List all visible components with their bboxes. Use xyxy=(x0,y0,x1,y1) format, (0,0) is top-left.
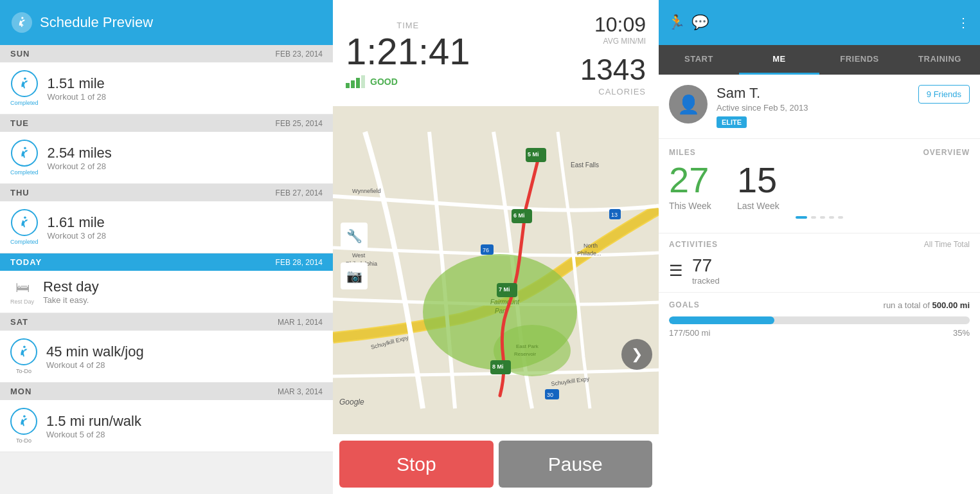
svg-point-5 xyxy=(23,415,26,417)
dot-1 xyxy=(811,216,816,219)
day-date-sat: MAR 1, 2014 xyxy=(278,318,323,327)
tab-training[interactable]: TRAINING xyxy=(900,45,980,75)
workout-sub-3: Workout 3 of 28 xyxy=(48,231,323,241)
day-header-mon: MON MAR 3, 2014 xyxy=(0,383,333,400)
svg-text:North: North xyxy=(584,242,598,249)
time-value: 1:21:41 xyxy=(346,33,470,70)
workout-status-3: Completed xyxy=(10,239,39,245)
svg-text:8 Mi: 8 Mi xyxy=(492,363,504,370)
pause-button[interactable]: Pause xyxy=(499,441,653,488)
runner-header-icon: 🏃 xyxy=(668,14,685,31)
svg-text:Reservoir: Reservoir xyxy=(514,351,537,357)
day-name-tue: TUE xyxy=(10,118,29,128)
profile-since: Active since Feb 5, 2013 xyxy=(717,103,909,113)
avatar: 👤 xyxy=(669,85,708,124)
overview-label: OVERVIEW xyxy=(923,148,970,157)
tab-start[interactable]: START xyxy=(659,45,739,75)
goals-sub: 177/500 mi 35% xyxy=(669,328,970,338)
workout-details-2: 2.54 miles Workout 2 of 28 xyxy=(48,145,323,171)
map-tool-icons: 🔧 📷 xyxy=(333,212,375,300)
goals-progress-fill xyxy=(669,316,774,324)
run-icon-3 xyxy=(11,209,38,236)
list-icon: ☰ xyxy=(669,262,683,280)
dot-3 xyxy=(829,216,834,219)
stop-button[interactable]: Stop xyxy=(339,441,494,488)
svg-point-0 xyxy=(21,17,23,19)
day-name-sun: SUN xyxy=(10,49,30,59)
tab-me[interactable]: ME xyxy=(739,45,819,75)
run-icon-1 xyxy=(11,70,38,97)
calories-section: 10:09 AVG MIN/MI 1343 CALORIES xyxy=(580,13,646,96)
workout-details-4: 45 min walk/jog Workout 4 of 28 xyxy=(46,343,323,370)
run-icon-4 xyxy=(10,338,37,365)
goals-header: GOALS run a total of 500.00 mi xyxy=(669,300,970,310)
workout-item-2[interactable]: Completed 2.54 miles Workout 2 of 28 xyxy=(0,132,333,184)
camera-icon[interactable]: 📷 xyxy=(341,262,368,289)
goals-section: GOALS run a total of 500.00 mi 177/500 m… xyxy=(659,293,980,345)
workout-controls: Stop Pause xyxy=(333,434,659,494)
svg-text:East Falls: East Falls xyxy=(571,161,599,169)
workout-sub-1: Workout 1 of 28 xyxy=(48,92,323,102)
dot-4 xyxy=(838,216,843,219)
profile-name: Sam T. xyxy=(717,85,909,102)
friends-button[interactable]: 9 Friends xyxy=(918,85,970,104)
goals-progress-bar xyxy=(669,316,970,324)
workout-icon-wrap-2: Completed xyxy=(10,140,39,176)
last-week-stat: 15 Last Week xyxy=(737,162,780,211)
workout-icon-wrap-1: Completed xyxy=(10,70,39,106)
profile-info: 👤 Sam T. Active since Feb 5, 2013 ELITE … xyxy=(659,75,980,139)
profile-header: 🏃 💬 ⋮ xyxy=(659,0,980,45)
workout-item-5[interactable]: To-Do 1.5 mi run/walk Workout 5 of 28 xyxy=(0,400,333,452)
schedule-content: SUN FEB 23, 2014 Completed 1.51 mile Wor… xyxy=(0,45,333,494)
tracked-section: 77 tracked xyxy=(692,255,720,286)
day-header-sat: SAT MAR 1, 2014 xyxy=(0,313,333,331)
workout-item-1[interactable]: Completed 1.51 mile Workout 1 of 28 xyxy=(0,62,333,114)
tab-friends[interactable]: FRIENDS xyxy=(819,45,900,75)
workout-item-3[interactable]: Completed 1.61 mile Workout 3 of 28 xyxy=(0,201,333,253)
workout-status-1: Completed xyxy=(10,100,39,106)
run-icon-5 xyxy=(10,408,37,435)
workout-status-2: Completed xyxy=(10,169,39,176)
svg-text:6 Mi: 6 Mi xyxy=(513,212,525,219)
svg-text:East Park: East Park xyxy=(516,343,539,349)
signal-bar-3 xyxy=(356,78,360,88)
chat-icon[interactable]: 💬 xyxy=(691,14,709,31)
avg-section: 10:09 AVG MIN/MI xyxy=(580,13,646,46)
signal-bar-4 xyxy=(361,75,365,88)
workout-details-5: 1.5 mi run/walk Workout 5 of 28 xyxy=(46,413,323,439)
activities-header: ACTIVITIES All Time Total xyxy=(669,240,970,249)
run-icon-2 xyxy=(11,140,38,167)
profile-panel: 🏃 💬 ⋮ START ME FRIENDS TRAINING 👤 Sam T.… xyxy=(659,0,980,494)
more-options-icon[interactable]: ⋮ xyxy=(957,15,971,30)
workout-item-today[interactable]: 🛏 Rest Day Rest day Take it easy. xyxy=(0,271,333,313)
schedule-panel: Schedule Preview SUN FEB 23, 2014 Comple… xyxy=(0,0,333,494)
map-area[interactable]: 🔧 📷 Fairmount Park xyxy=(333,106,659,434)
day-name-mon: MON xyxy=(10,387,31,396)
profile-tab-bar: START ME FRIENDS TRAINING xyxy=(659,45,980,75)
all-time-label: All Time Total xyxy=(924,240,970,249)
signal-bar-2 xyxy=(351,80,355,88)
next-button[interactable]: ❯ xyxy=(621,339,652,370)
activities-section: ACTIVITIES All Time Total ☰ 77 tracked xyxy=(659,233,980,293)
goals-total: 500.00 mi xyxy=(932,300,970,310)
svg-text:5 Mi: 5 Mi xyxy=(528,151,539,158)
workout-distance-2: 2.54 miles xyxy=(48,145,323,161)
runner-icon xyxy=(12,12,32,33)
workout-distance-5: 1.5 mi run/walk xyxy=(46,413,323,430)
goals-percentage: 35% xyxy=(953,328,970,338)
last-week-num: 15 xyxy=(737,162,780,198)
tracked-label: tracked xyxy=(692,276,720,286)
time-label: TIME xyxy=(346,21,470,30)
dot-2 xyxy=(820,216,825,219)
workout-details-today: Rest day Take it easy. xyxy=(43,279,323,305)
workout-distance-today: Rest day xyxy=(43,279,323,295)
workout-item-4[interactable]: To-Do 45 min walk/jog Workout 4 of 28 xyxy=(0,331,333,383)
miles-header: MILES OVERVIEW xyxy=(669,148,970,157)
rest-day-label: Rest Day xyxy=(10,298,34,305)
svg-point-1 xyxy=(24,77,26,80)
workout-status-5: To-Do xyxy=(16,437,31,444)
signal-bars xyxy=(346,75,365,88)
wrench-icon[interactable]: 🔧 xyxy=(341,223,368,250)
map-panel: TIME 1:21:41 GOOD 10:09 AVG MIN/MI 13 xyxy=(333,0,659,494)
activities-row: ☰ 77 tracked xyxy=(669,255,970,286)
